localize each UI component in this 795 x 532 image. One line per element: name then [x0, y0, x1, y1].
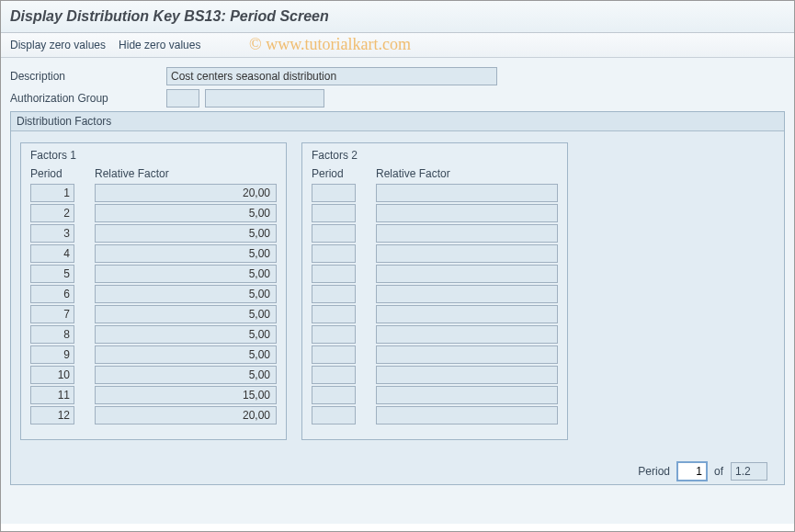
factors-2-headers: Period Relative Factor	[312, 167, 558, 180]
period-input[interactable]	[30, 265, 74, 283]
content-area: Description Authorization Group Distribu…	[1, 58, 794, 524]
factors-1-panel: Factors 1 Period Relative Factor	[20, 142, 287, 440]
relative-factor-input[interactable]	[95, 406, 277, 424]
relative-factor-input[interactable]	[95, 224, 277, 243]
relative-factor-input[interactable]	[376, 345, 558, 364]
period-input[interactable]	[312, 305, 356, 323]
relative-factor-input[interactable]	[376, 244, 558, 263]
factor-row	[30, 224, 277, 243]
factor-row	[30, 244, 277, 263]
relative-factor-input[interactable]	[376, 406, 558, 424]
hide-zero-values-button[interactable]: Hide zero values	[119, 39, 200, 51]
period-input[interactable]	[30, 244, 74, 263]
factor-row	[312, 406, 558, 424]
period-input[interactable]	[30, 366, 74, 384]
relative-factor-input[interactable]	[95, 386, 277, 404]
period-input[interactable]	[30, 224, 74, 243]
factor-row	[30, 386, 277, 404]
period-input[interactable]	[312, 265, 356, 283]
relative-factor-input[interactable]	[95, 366, 277, 384]
period-input[interactable]	[312, 244, 356, 263]
auth-group-row: Authorization Group	[10, 89, 785, 108]
period-input[interactable]	[312, 406, 356, 424]
auth-group-label: Authorization Group	[10, 92, 166, 105]
relative-factor-input[interactable]	[95, 325, 277, 344]
factor-row	[312, 204, 558, 222]
factors-container: Factors 1 Period Relative Factor Factors…	[11, 131, 784, 453]
period-input[interactable]	[30, 285, 74, 303]
relative-factor-input[interactable]	[376, 265, 558, 283]
relative-factor-input[interactable]	[376, 386, 558, 404]
factor-row	[30, 305, 277, 323]
factor-row	[30, 406, 277, 424]
period-input[interactable]	[312, 184, 356, 202]
auth-group-input-1[interactable]	[166, 89, 199, 108]
window-header: Display Distribution Key BS13: Period Sc…	[1, 1, 794, 33]
factor-row	[312, 386, 558, 404]
distribution-factors-groupbox: Distribution Factors Factors 1 Period Re…	[10, 111, 785, 485]
relative-factor-input[interactable]	[376, 366, 558, 384]
period-input[interactable]	[312, 345, 356, 364]
factors-2-rows	[312, 184, 558, 424]
period-input[interactable]	[30, 406, 74, 424]
factor-row	[30, 285, 277, 303]
factors-1-headers: Period Relative Factor	[30, 167, 277, 180]
period-page-input[interactable]	[677, 462, 707, 481]
period-input[interactable]	[312, 386, 356, 404]
description-input[interactable]	[166, 67, 497, 85]
factor-row	[312, 265, 558, 283]
period-footer-label: Period	[638, 465, 670, 478]
display-zero-values-button[interactable]: Display zero values	[10, 39, 106, 51]
page-title: Display Distribution Key BS13: Period Sc…	[10, 8, 785, 25]
period-input[interactable]	[312, 224, 356, 243]
relative-factor-input[interactable]	[95, 305, 277, 323]
period-input[interactable]	[30, 204, 74, 222]
relative-factor-input[interactable]	[376, 184, 558, 202]
factor-row	[30, 204, 277, 222]
pagination-row: Period of 1.2	[11, 453, 784, 484]
description-label: Description	[10, 70, 166, 83]
auth-group-input-2[interactable]	[205, 89, 324, 108]
relative-factor-input[interactable]	[95, 244, 277, 263]
period-input[interactable]	[30, 305, 74, 323]
factors-1-period-header: Period	[30, 167, 95, 180]
relative-factor-input[interactable]	[95, 265, 277, 283]
factor-row	[312, 325, 558, 344]
factor-row	[30, 184, 277, 202]
period-input[interactable]	[312, 325, 356, 344]
period-input[interactable]	[30, 386, 74, 404]
relative-factor-input[interactable]	[376, 305, 558, 323]
factor-row	[312, 244, 558, 263]
relative-factor-input[interactable]	[376, 285, 558, 303]
watermark-text: © www.tutorialkart.com	[249, 35, 411, 54]
relative-factor-input[interactable]	[376, 325, 558, 344]
period-input[interactable]	[312, 285, 356, 303]
factor-row	[312, 366, 558, 384]
period-input[interactable]	[30, 345, 74, 364]
of-label: of	[714, 465, 723, 478]
factor-row	[30, 366, 277, 384]
relative-factor-input[interactable]	[95, 285, 277, 303]
factor-row	[30, 345, 277, 364]
distribution-factors-title: Distribution Factors	[11, 112, 784, 131]
period-input[interactable]	[30, 325, 74, 344]
factor-row	[30, 265, 277, 283]
relative-factor-input[interactable]	[95, 204, 277, 222]
period-input[interactable]	[312, 366, 356, 384]
factor-row	[312, 345, 558, 364]
factor-row	[312, 184, 558, 202]
period-input[interactable]	[312, 204, 356, 222]
relative-factor-input[interactable]	[95, 184, 277, 202]
toolbar: Display zero values Hide zero values © w…	[1, 33, 794, 58]
factor-row	[312, 285, 558, 303]
factors-1-rows	[30, 184, 277, 424]
factors-2-relfactor-header: Relative Factor	[376, 167, 558, 180]
relative-factor-input[interactable]	[376, 204, 558, 222]
factor-row	[312, 224, 558, 243]
relative-factor-input[interactable]	[376, 224, 558, 243]
factor-row	[30, 325, 277, 344]
factor-row	[312, 305, 558, 323]
period-input[interactable]	[30, 184, 74, 202]
factors-2-panel: Factors 2 Period Relative Factor	[301, 142, 568, 440]
relative-factor-input[interactable]	[95, 345, 277, 364]
